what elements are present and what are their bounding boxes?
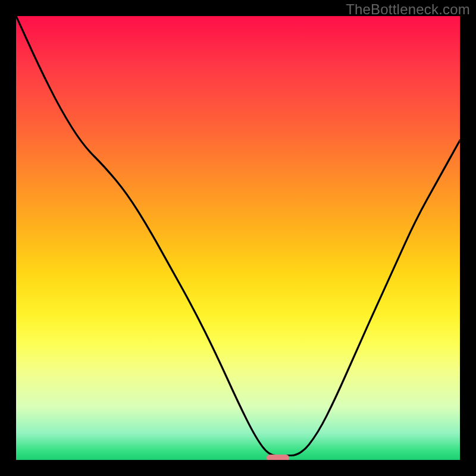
bottleneck-curve	[16, 16, 460, 460]
watermark-text: TheBottleneck.com	[346, 1, 470, 18]
chart-frame: TheBottleneck.com	[0, 0, 476, 476]
sweet-spot-marker	[267, 455, 289, 460]
curve-path	[16, 16, 460, 456]
plot-area	[16, 16, 460, 460]
